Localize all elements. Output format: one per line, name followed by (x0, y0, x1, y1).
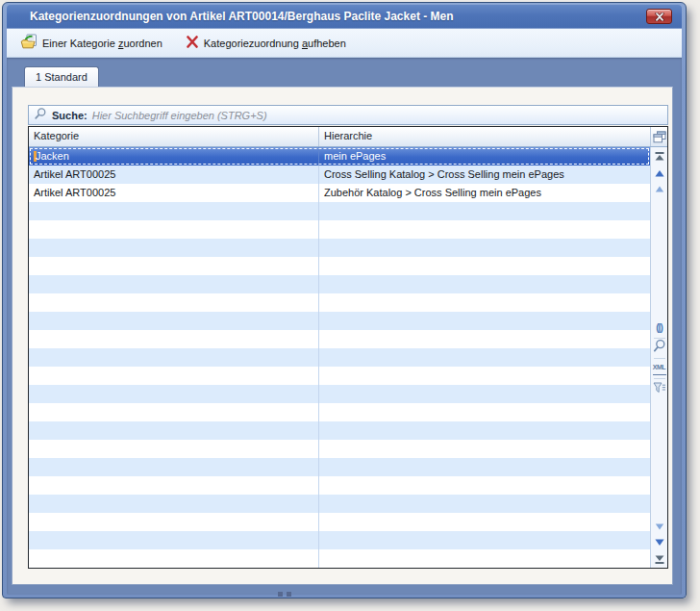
close-button[interactable] (646, 9, 672, 24)
kategorie-cell (29, 202, 319, 220)
table-row[interactable] (29, 495, 650, 513)
rail-tools: (|) XML (653, 321, 666, 395)
table-body: Jackenmein ePagesArtikel ART00025Cross S… (29, 147, 667, 568)
kategorie-cell (29, 348, 319, 367)
zoom-search-button[interactable] (653, 342, 666, 355)
scroll-up-button[interactable] (653, 167, 666, 181)
hierarchie-cell (319, 239, 650, 257)
hierarchie-cell (319, 513, 650, 531)
hierarchie-cell (319, 531, 650, 549)
hierarchie-cell (319, 476, 650, 495)
kategorie-cell: Jacken (29, 147, 319, 165)
table-row[interactable] (29, 421, 650, 440)
search-label: Suche: (52, 110, 88, 121)
hierarchie-cell: Zubehör Katalog > Cross Selling mein ePa… (319, 184, 650, 202)
hierarchie-cell (319, 202, 650, 220)
scroll-down-page-button[interactable] (653, 520, 666, 533)
table-row[interactable]: Artikel ART00025Cross Selling Katalog > … (29, 165, 650, 184)
hierarchie-cell: mein ePages (319, 147, 650, 165)
kategorie-cell (29, 458, 319, 476)
kategorie-cell (29, 239, 319, 257)
dialog-content: 1 Standard Suche: Hier Suchbegriff einge… (7, 58, 682, 595)
xml-export-button[interactable]: XML (653, 362, 666, 375)
table-row[interactable] (29, 513, 650, 531)
kategorie-cell (29, 495, 319, 513)
hierarchie-cell (319, 312, 650, 330)
scroll-up-page-button[interactable] (653, 183, 666, 196)
hierarchie-cell (319, 440, 650, 458)
table-header: Kategorie Hierarchie (29, 127, 667, 147)
filter-button[interactable] (653, 382, 666, 395)
hierarchie-cell (319, 458, 650, 476)
table-row[interactable] (29, 275, 650, 293)
hierarchie-cell (319, 257, 650, 275)
hierarchie-cell: Cross Selling Katalog > Cross Selling me… (319, 165, 650, 184)
hierarchie-cell (319, 275, 650, 293)
table-row[interactable] (29, 367, 650, 385)
search-box[interactable]: Suche: Hier Suchbegriff eingeben (STRG+S… (28, 105, 668, 125)
category-table: Kategorie Hierarchie (28, 126, 668, 569)
scroll-to-top-button[interactable] (653, 150, 666, 164)
resize-grip[interactable] (278, 592, 291, 597)
table-row[interactable] (29, 531, 650, 549)
table-row[interactable]: Artikel ART00025Zubehör Katalog > Cross … (29, 184, 650, 202)
remove-assignment-label: Kategoriezuordnung aufheben (204, 38, 346, 49)
scroll-down-button[interactable] (653, 535, 666, 548)
magnifier-icon (653, 339, 666, 357)
kategorie-cell (29, 421, 319, 440)
kategorie-cell (29, 440, 319, 458)
tab-panel: Suche: Hier Suchbegriff eingeben (STRG+S… (12, 87, 673, 585)
assign-category-button[interactable]: Einer Kategorie zuordnen (16, 32, 166, 55)
filter-funnel-icon (653, 380, 666, 397)
best-fit-button[interactable]: (|) (653, 321, 666, 335)
hierarchie-cell (319, 348, 650, 367)
kategorie-cell (29, 312, 319, 330)
kategorie-cell (29, 220, 319, 239)
column-chooser-button[interactable] (650, 127, 667, 146)
hierarchie-cell (319, 549, 650, 568)
table-row[interactable] (29, 202, 650, 220)
dialog-window: Kategorienzuordnungen von Artikel ART000… (2, 2, 687, 598)
toolbar: Einer Kategorie zuordnen Kategoriezuordn… (7, 29, 682, 58)
column-header-hierarchie[interactable]: Hierarchie (319, 127, 650, 146)
title-bar[interactable]: Kategorienzuordnungen von Artikel ART000… (7, 5, 682, 28)
kategorie-cell (29, 549, 319, 568)
hierarchie-cell (319, 495, 650, 513)
table-row[interactable] (29, 293, 650, 312)
tab-standard[interactable]: 1 Standard (24, 66, 99, 87)
search-placeholder: Hier Suchbegriff eingeben (STRG+S) (92, 110, 267, 121)
table-row[interactable] (29, 440, 650, 458)
scroll-to-bottom-button[interactable] (653, 552, 666, 566)
table-row[interactable] (29, 257, 650, 275)
remove-assignment-button[interactable]: Kategoriezuordnung aufheben (182, 33, 350, 54)
table-row[interactable] (29, 312, 650, 330)
table-row[interactable] (29, 239, 650, 257)
kategorie-cell (29, 257, 319, 275)
kategorie-cell (29, 330, 319, 348)
search-icon (34, 107, 47, 124)
assign-category-icon (20, 34, 38, 53)
scroll-rail: (|) XML (650, 147, 667, 568)
column-chooser-icon (653, 131, 666, 145)
table-row[interactable] (29, 476, 650, 495)
hierarchie-cell (319, 367, 650, 385)
table-row[interactable] (29, 549, 650, 568)
kategorie-cell (29, 513, 319, 531)
table-row[interactable] (29, 458, 650, 476)
kategorie-cell: Artikel ART00025 (29, 165, 319, 184)
kategorie-cell (29, 367, 319, 385)
table-row[interactable] (29, 220, 650, 239)
window-title: Kategorienzuordnungen von Artikel ART000… (30, 10, 454, 23)
kategorie-cell: Artikel ART00025 (29, 184, 319, 202)
text-caret (34, 151, 37, 162)
table-row[interactable] (29, 403, 650, 421)
kategorie-cell (29, 476, 319, 495)
table-row[interactable] (29, 330, 650, 348)
table-row[interactable]: Jackenmein ePages (29, 147, 650, 165)
tab-strip: 1 Standard (12, 66, 673, 87)
table-row[interactable] (29, 385, 650, 403)
kategorie-cell (29, 531, 319, 549)
table-row[interactable] (29, 348, 650, 367)
hierarchie-cell (319, 403, 650, 421)
column-header-kategorie[interactable]: Kategorie (29, 127, 319, 146)
